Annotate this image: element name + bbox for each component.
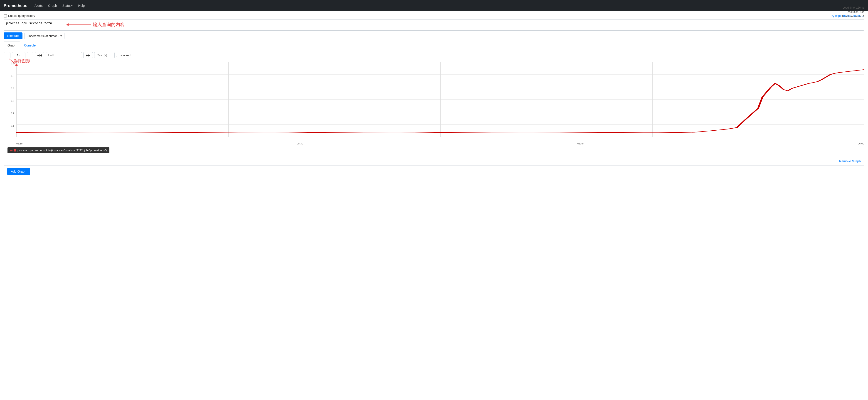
navbar: Prometheus Alerts Graph Status Help [0, 0, 868, 11]
x-axis: 05:15 05:30 05:45 06:00 [17, 142, 864, 145]
add-graph-button[interactable]: Add Graph [7, 168, 30, 175]
x-label-530: 05:30 [297, 142, 303, 145]
nav-status-dropdown[interactable]: Status [60, 2, 75, 9]
nav-alerts[interactable]: Alerts [32, 2, 45, 9]
x-label-545: 05:45 [578, 142, 584, 145]
load-info: Load time: 166ms Resolution: 14s Total t… [842, 6, 864, 19]
graph-legend-area: process_cpu_seconds_total{instance="loca… [4, 146, 864, 157]
query-row: process_cpu_seconds_total 输入查询的内容 Load t… [4, 19, 864, 31]
res-input[interactable] [94, 52, 115, 58]
stacked-label[interactable]: stacked [116, 54, 130, 57]
graph-controls: − + ◀◀ ▶▶ stacked [4, 50, 864, 60]
nav-help[interactable]: Help [75, 2, 87, 9]
y-label-06: 0.6 [11, 62, 14, 65]
until-input[interactable] [45, 52, 82, 58]
insert-metric-select[interactable]: - insert metric at cursor - [24, 33, 64, 39]
y-axis: 0.6 0.5 0.4 0.3 0.2 0.1 [4, 62, 15, 137]
x-label-600: 06:00 [858, 142, 864, 145]
y-label-02: 0.2 [11, 112, 14, 115]
legend-color-box [14, 149, 16, 152]
back-button[interactable]: ◀◀ [35, 52, 44, 58]
execute-row: Execute - insert metric at cursor - [4, 32, 864, 39]
y-label-01: 0.1 [11, 125, 14, 127]
tab-console[interactable]: Console [20, 41, 39, 49]
bottom-bar: Remove Graph [4, 157, 864, 165]
stacked-checkbox[interactable] [116, 54, 119, 57]
y-label-03: 0.3 [11, 100, 14, 102]
legend-line [10, 150, 12, 151]
graph-legend: process_cpu_seconds_total{instance="loca… [7, 147, 110, 153]
y-label-04: 0.4 [11, 87, 14, 90]
zoom-in-button[interactable]: + [27, 52, 34, 58]
tab-graph[interactable]: Graph [4, 41, 20, 49]
graph-container: 0.6 0.5 0.4 0.3 0.2 0.1 [4, 60, 864, 157]
chart-svg [17, 62, 864, 137]
forward-button[interactable]: ▶▶ [83, 52, 93, 58]
duration-input[interactable] [12, 52, 25, 58]
enable-history-checkbox[interactable] [4, 14, 7, 18]
x-label-515: 05:15 [17, 142, 23, 145]
zoom-out-button[interactable]: − [4, 52, 10, 58]
nav-graph[interactable]: Graph [45, 2, 60, 9]
legend-text: process_cpu_seconds_total{instance="loca… [18, 149, 107, 152]
top-bar: Enable query history Try experimental Re… [4, 14, 864, 18]
add-graph-bar: Add Graph [4, 166, 864, 177]
query-input[interactable]: process_cpu_seconds_total [4, 19, 864, 31]
page-content: Enable query history Try experimental Re… [0, 11, 868, 180]
y-label-05: 0.5 [11, 75, 14, 77]
enable-history-label[interactable]: Enable query history [4, 14, 35, 18]
execute-button[interactable]: Execute [4, 32, 23, 39]
chart-svg-container [17, 62, 864, 137]
remove-graph-link[interactable]: Remove Graph [839, 159, 861, 163]
graph-area: 0.6 0.5 0.4 0.3 0.2 0.1 [4, 60, 864, 146]
navbar-brand: Prometheus [4, 3, 27, 8]
tabs: Graph Console 选择图形 [4, 41, 864, 49]
